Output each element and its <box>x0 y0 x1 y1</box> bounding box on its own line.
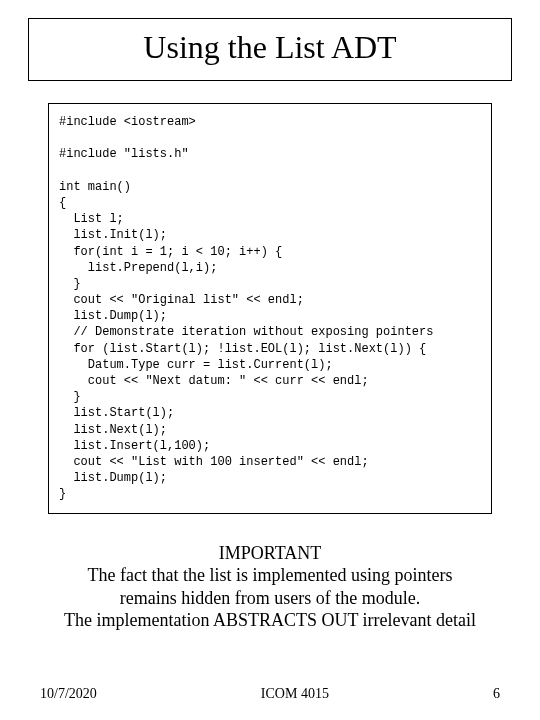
footer: 10/7/2020 ICOM 4015 6 <box>0 686 540 702</box>
note-line-2: remains hidden from users of the module. <box>12 587 528 610</box>
slide-title: Using the List ADT <box>143 29 396 65</box>
footer-page: 6 <box>493 686 500 702</box>
note-box: IMPORTANT The fact that the list is impl… <box>12 542 528 632</box>
code-box: #include <iostream> #include "lists.h" i… <box>48 103 492 514</box>
footer-course: ICOM 4015 <box>261 686 329 702</box>
note-line-3: The implementation ABSTRACTS OUT irrelev… <box>12 609 528 632</box>
footer-date: 10/7/2020 <box>40 686 97 702</box>
note-heading: IMPORTANT <box>12 542 528 565</box>
note-line-1: The fact that the list is implemented us… <box>12 564 528 587</box>
title-box: Using the List ADT <box>28 18 512 81</box>
code-content: #include <iostream> #include "lists.h" i… <box>59 115 433 501</box>
